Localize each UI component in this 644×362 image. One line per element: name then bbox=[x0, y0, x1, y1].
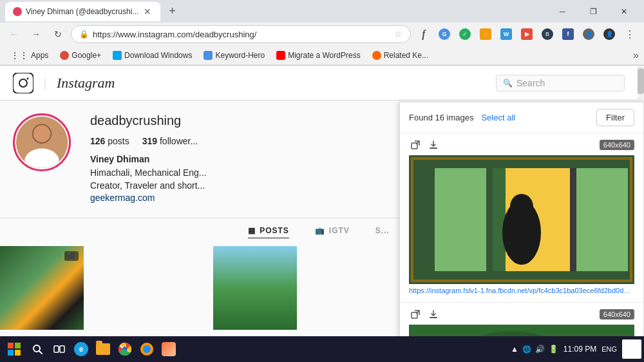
instagram-wordmark: Instagram bbox=[57, 75, 115, 91]
bookmark-related[interactable]: Related Ke... bbox=[367, 50, 433, 61]
post-thumbnail-2[interactable] bbox=[213, 246, 297, 330]
app7-icon bbox=[162, 342, 176, 356]
new-tab-button[interactable]: + bbox=[163, 3, 181, 21]
url-text: https://www.instagram.com/deadbycrushing… bbox=[93, 30, 390, 39]
bookmark-download-windows[interactable]: Download Windows bbox=[108, 50, 197, 61]
posts-label: posts bbox=[108, 136, 129, 146]
bookmark-youtube[interactable]: Migrate a WordPress bbox=[271, 50, 365, 61]
bookmark-keyword-hero[interactable]: Keyword-Hero bbox=[198, 50, 270, 61]
svg-point-1 bbox=[19, 79, 27, 87]
task-view-icon bbox=[53, 343, 65, 355]
panel-content[interactable]: 640x640 bbox=[400, 133, 643, 362]
ext4-icon[interactable]: W bbox=[497, 25, 515, 43]
page-scrollbar-thumb[interactable] bbox=[638, 68, 644, 94]
folder-icon bbox=[96, 343, 110, 355]
network-icon[interactable]: ▲ bbox=[511, 345, 518, 354]
image-actions-1: 640x640 bbox=[409, 138, 634, 151]
search-icon: 🔍 bbox=[503, 79, 513, 88]
bookmarks-bar: ⋮⋮ Apps Google+ Download Windows Keyword… bbox=[0, 46, 644, 65]
svg-point-18 bbox=[510, 194, 533, 220]
taskbar-app7-icon[interactable] bbox=[158, 339, 179, 359]
taskbar-firefox-icon[interactable] bbox=[137, 339, 157, 359]
image-panel: Found 16 images Select all Filter 640x64… bbox=[399, 102, 644, 362]
instagram-search[interactable]: 🔍 Search bbox=[496, 75, 625, 91]
forward-button[interactable]: → bbox=[27, 25, 45, 43]
battery-icon[interactable]: 🔋 bbox=[549, 345, 558, 354]
svg-rect-0 bbox=[13, 73, 33, 93]
volume-icon[interactable]: 🔊 bbox=[535, 345, 545, 354]
ext8-icon[interactable]: 👤 bbox=[580, 25, 598, 43]
post-thumbnail-1[interactable]: ⬛ bbox=[0, 246, 84, 330]
found-images-text: Found 16 images bbox=[409, 113, 473, 122]
image-actions-2: 640x640 bbox=[409, 308, 634, 321]
bookmark-star-icon[interactable]: ☆ bbox=[394, 29, 402, 39]
taskbar: e ▲ 🌐 🔊 🔋 11:09 bbox=[0, 336, 644, 362]
ext7-icon[interactable]: f bbox=[559, 25, 577, 43]
bookmark-related-label: Related Ke... bbox=[384, 51, 428, 60]
ext9-icon[interactable]: 👤 bbox=[600, 25, 618, 43]
bookmarks-more-button[interactable]: » bbox=[633, 50, 639, 61]
browser-chrome: Viney Dhiman (@deadbycrushi... ✕ + ─ ❐ ✕… bbox=[0, 0, 644, 66]
taskbar-ie-icon[interactable]: e bbox=[71, 339, 91, 359]
taskbar-folder-icon[interactable] bbox=[93, 339, 113, 359]
back-button[interactable]: ← bbox=[5, 25, 23, 43]
tab-igtv[interactable]: 📺 IGTV bbox=[315, 226, 350, 238]
download-icon-1[interactable] bbox=[427, 138, 440, 151]
browser-tab[interactable]: Viney Dhiman (@deadbycrushi... ✕ bbox=[5, 2, 160, 21]
image-size-badge-1: 640x640 bbox=[600, 140, 634, 150]
image-overlay-svg bbox=[409, 155, 634, 284]
window-controls: ─ ❐ ✕ bbox=[547, 0, 639, 23]
download-icon-2[interactable] bbox=[427, 308, 440, 321]
close-button[interactable]: ✕ bbox=[609, 0, 639, 23]
reload-button[interactable]: ↻ bbox=[49, 25, 67, 43]
svg-point-44 bbox=[143, 345, 151, 353]
bookmark-googleplus-label: Google+ bbox=[71, 51, 101, 60]
task-view-button[interactable] bbox=[49, 339, 70, 359]
minimize-button[interactable]: ─ bbox=[547, 0, 577, 23]
svg-rect-15 bbox=[570, 168, 576, 271]
url-bar[interactable]: 🔒 https://www.instagram.com/deadbycrushi… bbox=[71, 25, 411, 43]
start-button[interactable] bbox=[3, 338, 26, 361]
ext5-icon[interactable]: ▶ bbox=[518, 25, 536, 43]
taskbar-search-icon bbox=[32, 343, 43, 355]
instagram-logo-icon bbox=[13, 73, 33, 93]
svg-rect-33 bbox=[8, 343, 14, 348]
bookmark-googleplus[interactable]: Google+ bbox=[55, 50, 106, 61]
profile-website[interactable]: geekermag.com bbox=[90, 193, 155, 203]
bookmark-keyword-label: Keyword-Hero bbox=[215, 51, 265, 60]
open-new-tab-icon-1[interactable] bbox=[409, 138, 422, 151]
svg-point-6 bbox=[33, 125, 51, 142]
svg-rect-22 bbox=[430, 317, 437, 318]
bookmark-apps[interactable]: ⋮⋮ Apps bbox=[5, 49, 53, 62]
taskbar-chrome-icon[interactable] bbox=[115, 339, 135, 359]
tab-posts[interactable]: ▦ POSTS bbox=[248, 226, 289, 238]
ext6-icon[interactable]: B bbox=[538, 25, 556, 43]
filter-button[interactable]: Filter bbox=[596, 109, 634, 126]
post-image-2 bbox=[213, 246, 297, 330]
open-new-tab-icon-2[interactable] bbox=[409, 308, 422, 321]
tab-close-button[interactable]: ✕ bbox=[142, 6, 153, 17]
tab-saved[interactable]: S... bbox=[375, 226, 390, 238]
main-content: | Instagram 🔍 Search bbox=[0, 66, 644, 362]
svg-point-2 bbox=[27, 77, 29, 79]
select-all-button[interactable]: Select all bbox=[481, 113, 515, 122]
ext1-icon[interactable]: G bbox=[435, 25, 453, 43]
profile-avatar bbox=[16, 117, 68, 168]
followers-count: 319 bbox=[142, 136, 157, 146]
svg-rect-34 bbox=[15, 343, 21, 348]
search-taskbar-button[interactable] bbox=[27, 339, 48, 359]
ext2-icon[interactable]: ✓ bbox=[456, 25, 474, 43]
profile-bio: Himachali, Mechanical Eng... Creator, Tr… bbox=[90, 167, 328, 205]
ext3-icon[interactable]: ↓ bbox=[477, 25, 495, 43]
igtv-tab-label: IGTV bbox=[329, 226, 350, 235]
avatar-image bbox=[16, 117, 68, 168]
igtv-tab-icon: 📺 bbox=[315, 226, 325, 235]
formula-extension-icon[interactable]: f bbox=[415, 25, 433, 43]
network-wifi-icon[interactable]: 🌐 bbox=[522, 345, 531, 354]
maximize-button[interactable]: ❐ bbox=[578, 0, 608, 23]
extensions-button[interactable]: ⋮ bbox=[621, 25, 639, 43]
show-desktop-button[interactable] bbox=[622, 339, 641, 359]
svg-rect-9 bbox=[430, 148, 437, 149]
bio-line1: Himachali, Mechanical Eng... bbox=[90, 167, 328, 180]
instagram-logo: | Instagram bbox=[13, 73, 115, 93]
